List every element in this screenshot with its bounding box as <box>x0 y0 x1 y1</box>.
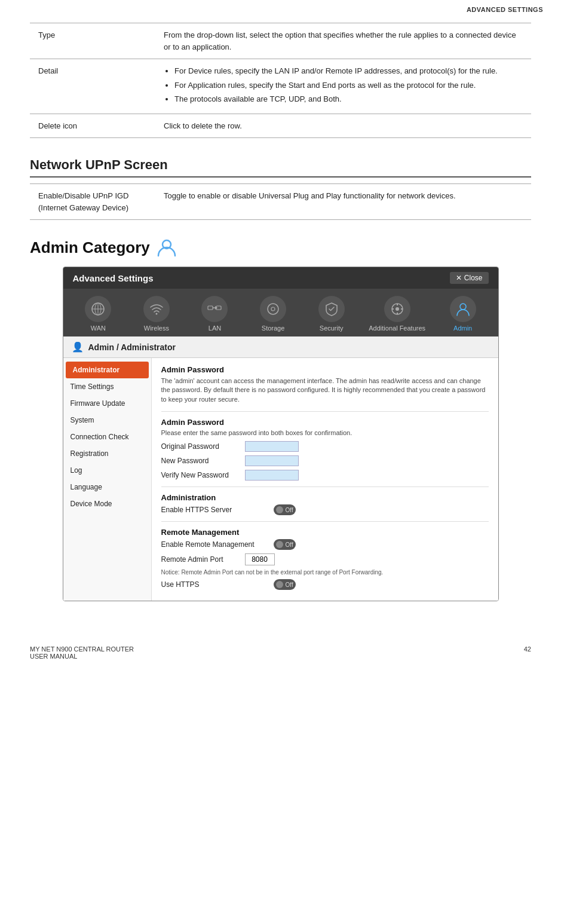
svg-point-18 <box>460 304 466 310</box>
lan-icon-circle <box>201 296 228 322</box>
verify-password-label: Verify New Password <box>161 471 245 479</box>
detail-bullet-1: For Device rules, specify the LAN IP and… <box>174 65 523 77</box>
close-button[interactable]: ✕ Close <box>450 272 489 284</box>
toggle-dot-remote <box>276 541 283 548</box>
panel-divider-1 <box>161 411 489 412</box>
sidebar-item-time-settings[interactable]: Time Settings <box>63 378 151 395</box>
toggle-https-server-row: Enable HTTPS Server Off <box>161 504 489 515</box>
security-icon-circle <box>318 296 345 322</box>
verify-password-input[interactable] <box>245 470 299 481</box>
enable-https-label: Enable HTTPS Server <box>161 506 269 514</box>
adv-settings-title: Advanced Settings <box>73 273 154 283</box>
admin-header-text: Admin / Administrator <box>88 342 176 352</box>
svg-point-10 <box>268 304 278 314</box>
new-password-input[interactable] <box>245 455 299 466</box>
admin-category-heading: Admin Category <box>30 237 531 258</box>
adv-settings-bar: Advanced Settings ✕ Close <box>63 267 498 289</box>
nav-security[interactable]: Security <box>311 296 352 332</box>
type-label: Type <box>30 23 155 59</box>
upnp-table: Enable/Disable UPnP IGD (Internet Gatewa… <box>30 183 531 220</box>
admin-header-row: 👤 Admin / Administrator <box>63 336 498 358</box>
nav-wan[interactable]: WAN <box>77 296 119 332</box>
x-icon: ✕ <box>456 274 462 282</box>
admin-icon-circle <box>450 296 476 322</box>
panel-divider-2 <box>161 487 489 487</box>
toggle-dot-use-https <box>276 581 283 588</box>
admin-person-icon <box>156 237 177 258</box>
field-row-new: New Password <box>161 455 489 466</box>
nav-security-label: Security <box>320 325 344 332</box>
detail-label: Detail <box>30 59 155 114</box>
field-row-original: Original Password <box>161 441 489 452</box>
type-content: From the drop-down list, select the opti… <box>155 23 531 59</box>
admin-header-person-icon: 👤 <box>72 341 84 353</box>
page-footer: MY NET N900 CENTRAL ROUTER USER MANUAL 4… <box>0 637 561 668</box>
nav-admin[interactable]: Admin <box>442 296 484 332</box>
enable-remote-toggle[interactable]: Off <box>274 539 296 550</box>
lan-icon <box>207 301 222 317</box>
panel-title-2: Admin Password <box>161 418 489 427</box>
page-header: ADVANCED SETTINGS <box>0 0 561 17</box>
nav-wireless[interactable]: Wireless <box>136 296 177 332</box>
table-row-delete: Delete icon Click to delete the row. <box>30 114 531 138</box>
toggle-dot <box>276 506 283 513</box>
sidebar-item-device-mode[interactable]: Device Mode <box>63 495 151 512</box>
sidebar-item-system[interactable]: System <box>63 412 151 429</box>
detail-bullet-2: For Application rules, specify the Start… <box>174 79 523 91</box>
remote-port-input[interactable] <box>245 553 275 565</box>
https-toggle-state: Off <box>286 507 293 513</box>
wireless-icon <box>149 301 164 317</box>
svg-point-13 <box>396 307 399 311</box>
upnp-section-title: Network UPnP Screen <box>30 157 531 178</box>
wireless-icon-circle <box>143 296 170 322</box>
new-password-label: New Password <box>161 457 245 465</box>
remote-port-label: Remote Admin Port <box>161 555 245 564</box>
panel-title-4: Remote Management <box>161 528 489 537</box>
nav-wireless-label: Wireless <box>144 325 169 332</box>
sidebar-item-language[interactable]: Language <box>63 479 151 495</box>
svg-rect-6 <box>208 306 213 310</box>
sidebar-item-log[interactable]: Log <box>63 462 151 479</box>
additional-features-icon <box>390 301 405 317</box>
sidebar-item-registration[interactable]: Registration <box>63 445 151 462</box>
panel-desc-1: The 'admin' account can access the manag… <box>161 377 489 404</box>
admin-nav-icon <box>455 301 471 317</box>
table-row-detail: Detail For Device rules, specify the LAN… <box>30 59 531 114</box>
use-https-toggle[interactable]: Off <box>274 579 296 590</box>
nav-lan-label: LAN <box>209 325 221 332</box>
enable-remote-label: Enable Remote Management <box>161 540 269 549</box>
sidebar-item-connection-check[interactable]: Connection Check <box>63 429 151 445</box>
wan-icon-circle <box>85 296 111 322</box>
original-password-label: Original Password <box>161 442 245 451</box>
remote-port-notice: Notice: Remote Admin Port can not be in … <box>161 569 489 576</box>
remote-toggle-state: Off <box>286 541 293 548</box>
close-label: Close <box>464 274 483 282</box>
upnp-content: Toggle to enable or disable Universal Pl… <box>155 184 531 220</box>
panel-title-3: Administration <box>161 493 489 502</box>
use-https-row: Use HTTPS Off <box>161 579 489 590</box>
admin-sidebar: Administrator Time Settings Firmware Upd… <box>63 358 152 601</box>
delete-content: Click to delete the row. <box>155 114 531 138</box>
enable-https-toggle[interactable]: Off <box>274 504 296 515</box>
nav-storage[interactable]: Storage <box>252 296 294 332</box>
nav-additional-label: Additional Features <box>369 325 425 332</box>
footer-left: MY NET N900 CENTRAL ROUTER USER MANUAL <box>30 645 134 660</box>
delete-label: Delete icon <box>30 114 155 138</box>
panel-divider-3 <box>161 521 489 522</box>
nav-admin-label: Admin <box>453 325 472 332</box>
original-password-input[interactable] <box>245 441 299 452</box>
panel-sub-desc: Please enter the same password into both… <box>161 429 489 436</box>
sidebar-item-firmware-update[interactable]: Firmware Update <box>63 395 151 412</box>
table-row-type: Type From the drop-down list, select the… <box>30 23 531 59</box>
nav-lan[interactable]: LAN <box>194 296 235 332</box>
detail-bullet-3: The protocols available are TCP, UDP, an… <box>174 93 523 105</box>
admin-category-text: Admin Category <box>30 238 150 257</box>
storage-icon-circle <box>260 296 286 322</box>
panel-title-1: Admin Password <box>161 365 489 374</box>
use-https-label: Use HTTPS <box>161 580 269 589</box>
rules-table: Type From the drop-down list, select the… <box>30 23 531 138</box>
detail-content: For Device rules, specify the LAN IP and… <box>155 59 531 114</box>
sidebar-item-administrator[interactable]: Administrator <box>66 362 149 378</box>
remote-port-row: Remote Admin Port <box>161 553 489 565</box>
nav-additional[interactable]: Additional Features <box>369 296 425 332</box>
